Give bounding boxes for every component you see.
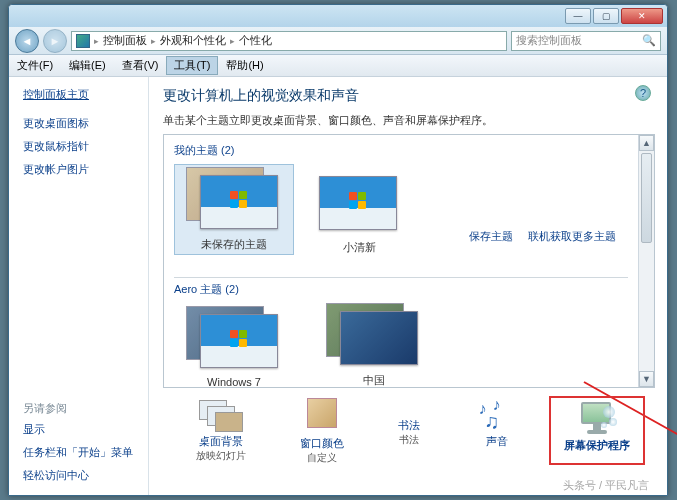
window-frame: — ▢ ✕ ◄ ► ▸ 控制面板 ▸ 外观和个性化 ▸ 个性化 搜索控制面板 🔍… [8, 4, 668, 496]
scrollbar[interactable]: ▲ ▼ [638, 135, 654, 387]
breadcrumb[interactable]: ▸ 控制面板 ▸ 外观和个性化 ▸ 个性化 [71, 31, 507, 51]
opt-ss-title[interactable]: 屏幕保护程序 [553, 438, 641, 453]
menu-bar: 文件(F) 编辑(E) 查看(V) 工具(T) 帮助(H) [9, 55, 667, 77]
menu-edit[interactable]: 编辑(E) [61, 58, 114, 73]
minimize-button[interactable]: — [565, 8, 591, 24]
theme-thumb-front [200, 314, 278, 368]
sidebar-mouse-pointers[interactable]: 更改鼠标指针 [23, 139, 148, 154]
scroll-up-button[interactable]: ▲ [639, 135, 654, 151]
back-button[interactable]: ◄ [15, 29, 39, 53]
search-placeholder: 搜索控制面板 [516, 33, 582, 48]
sidebar-taskbar[interactable]: 任务栏和「开始」菜单 [23, 445, 148, 460]
save-theme-link[interactable]: 保存主题 [469, 230, 513, 242]
opt-sound-title[interactable]: 声音 [449, 434, 545, 449]
theme-thumb-front [340, 311, 418, 365]
titlebar[interactable]: — ▢ ✕ [9, 5, 667, 27]
opt-color-title[interactable]: 窗口颜色 [274, 436, 370, 451]
sidebar: 控制面板主页 更改桌面图标 更改鼠标指针 更改帐户图片 另请参阅 显示 任务栏和… [9, 77, 149, 495]
forward-button[interactable]: ► [43, 29, 67, 53]
control-panel-icon [76, 34, 90, 48]
menu-help[interactable]: 帮助(H) [218, 58, 271, 73]
theme-windows7[interactable]: Windows 7 [174, 306, 294, 387]
opt-bg-title[interactable]: 桌面背景 [173, 434, 269, 449]
theme-thumb [319, 176, 397, 230]
scroll-down-button[interactable]: ▼ [639, 371, 654, 387]
theme-xiaoqingxin[interactable]: 小清新 [314, 170, 404, 255]
opt-callig-sub: 书法 [374, 433, 444, 447]
option-screen-saver[interactable]: 屏幕保护程序 [549, 396, 645, 465]
help-icon[interactable]: ? [635, 85, 651, 101]
scroll-thumb[interactable] [641, 153, 652, 243]
page-title: 更改计算机上的视觉效果和声音 [163, 87, 655, 105]
opt-bg-sub: 放映幻灯片 [173, 449, 269, 463]
breadcrumb-l2[interactable]: 外观和个性化 [160, 33, 226, 48]
watermark: 头条号 / 平民凡言 [563, 478, 649, 493]
group-aero: Aero 主题 (2) [174, 282, 628, 297]
sidebar-ease-of-access[interactable]: 轻松访问中心 [23, 468, 148, 483]
theme-label: Windows 7 [207, 376, 261, 387]
main-content: ? 更改计算机上的视觉效果和声音 单击某个主题立即更改桌面背景、窗口颜色、声音和… [149, 77, 667, 495]
theme-unsaved[interactable]: 未保存的主题 [174, 164, 294, 255]
close-button[interactable]: ✕ [621, 8, 663, 24]
option-calligraphy[interactable]: 书法 书法 [374, 396, 444, 465]
chevron-right-icon: ▸ [94, 36, 99, 46]
sidebar-display[interactable]: 显示 [23, 422, 148, 437]
address-bar: ◄ ► ▸ 控制面板 ▸ 外观和个性化 ▸ 个性化 搜索控制面板 🔍 [9, 27, 667, 55]
theme-label: 小清新 [343, 241, 376, 253]
themes-list: 我的主题 (2) 未保存的主题 [163, 134, 655, 388]
theme-china[interactable]: 中国 [314, 303, 434, 387]
breadcrumb-l1[interactable]: 控制面板 [103, 33, 147, 48]
chevron-right-icon: ▸ [151, 36, 156, 46]
option-window-color[interactable]: 窗口颜色 自定义 [274, 396, 370, 465]
sidebar-home[interactable]: 控制面板主页 [23, 87, 148, 102]
page-subtitle: 单击某个主题立即更改桌面背景、窗口颜色、声音和屏幕保护程序。 [163, 113, 655, 128]
group-my-themes: 我的主题 (2) [174, 143, 628, 158]
opt-color-sub: 自定义 [274, 451, 370, 465]
search-icon[interactable]: 🔍 [642, 34, 656, 47]
option-sounds[interactable]: ♪♪♫ 声音 [449, 396, 545, 465]
option-desktop-background[interactable]: 桌面背景 放映幻灯片 [173, 396, 269, 465]
theme-thumb-front [200, 175, 278, 229]
theme-label: 中国 [363, 374, 385, 386]
theme-label: 未保存的主题 [201, 238, 267, 250]
maximize-button[interactable]: ▢ [593, 8, 619, 24]
menu-view[interactable]: 查看(V) [114, 58, 167, 73]
get-more-themes-link[interactable]: 联机获取更多主题 [528, 230, 616, 242]
see-also-label: 另请参阅 [23, 401, 148, 416]
menu-file[interactable]: 文件(F) [9, 58, 61, 73]
search-input[interactable]: 搜索控制面板 🔍 [511, 31, 661, 51]
sidebar-account-picture[interactable]: 更改帐户图片 [23, 162, 148, 177]
opt-callig-title[interactable]: 书法 [374, 418, 444, 433]
breadcrumb-l3[interactable]: 个性化 [239, 33, 272, 48]
menu-tools[interactable]: 工具(T) [166, 56, 218, 75]
chevron-right-icon: ▸ [230, 36, 235, 46]
bottom-options: 桌面背景 放映幻灯片 窗口颜色 自定义 书法 书法 ♪♪♫ 声音 [163, 388, 655, 465]
sidebar-desktop-icons[interactable]: 更改桌面图标 [23, 116, 148, 131]
